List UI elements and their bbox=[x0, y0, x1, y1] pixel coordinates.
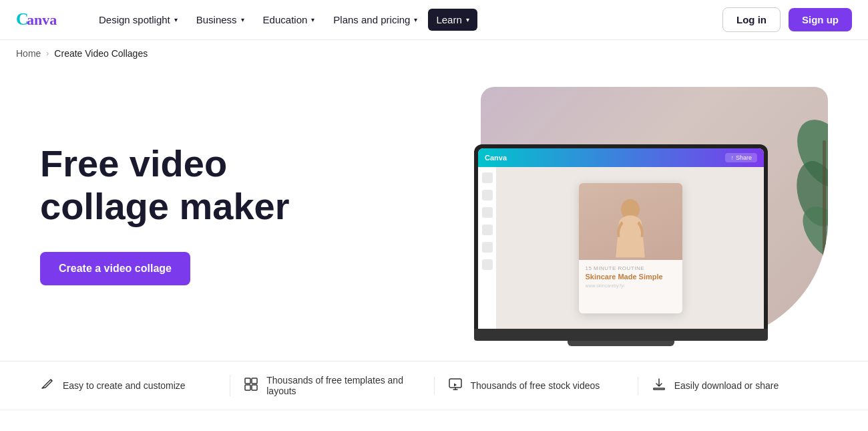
nav-learn[interactable]: Learn ▾ bbox=[428, 9, 477, 31]
feature-templates: Thousands of free templates and layouts bbox=[230, 375, 433, 396]
svg-rect-10 bbox=[252, 385, 257, 390]
breadcrumb-separator: › bbox=[46, 49, 49, 58]
svg-rect-5 bbox=[823, 140, 826, 341]
hero-left: Free video collage maker Create a video … bbox=[40, 142, 361, 286]
feature-download-share: Easily download or share bbox=[638, 377, 841, 395]
chevron-down-icon: ▾ bbox=[241, 16, 244, 23]
screen-canva-logo: Canva bbox=[485, 154, 507, 162]
signup-button[interactable]: Sign up bbox=[789, 8, 852, 31]
monitor-icon bbox=[448, 377, 463, 395]
screen-card-subtitle: www.skincareby.fyi bbox=[586, 283, 676, 288]
navbar: C anva Design spotlight ▾ Business ▾ Edu… bbox=[0, 0, 868, 40]
breadcrumb-current: Create Video Collages bbox=[54, 48, 148, 59]
chevron-down-icon: ▾ bbox=[466, 16, 469, 23]
chevron-down-icon: ▾ bbox=[311, 16, 314, 23]
login-button[interactable]: Log in bbox=[722, 7, 781, 32]
feature-easy-create-text: Easy to create and customize bbox=[63, 380, 186, 391]
svg-rect-8 bbox=[252, 378, 257, 384]
nav-design-spotlight[interactable]: Design spotlight ▾ bbox=[91, 9, 186, 31]
breadcrumb-home[interactable]: Home bbox=[16, 48, 41, 59]
feature-download-text: Easily download or share bbox=[674, 380, 779, 391]
features-bar: Easy to create and customize Thousands o… bbox=[0, 361, 868, 410]
svg-rect-9 bbox=[245, 385, 250, 390]
download-icon bbox=[652, 377, 666, 395]
svg-rect-11 bbox=[449, 379, 461, 388]
edit-icon bbox=[40, 377, 55, 395]
feature-stock-videos: Thousands of free stock videos bbox=[434, 377, 638, 395]
nav-links: Design spotlight ▾ Business ▾ Education … bbox=[91, 9, 722, 31]
nav-business[interactable]: Business ▾ bbox=[188, 9, 252, 31]
svg-text:anva: anva bbox=[27, 11, 57, 28]
logo[interactable]: C anva bbox=[16, 9, 69, 31]
hero-section: Free video collage maker Create a video … bbox=[0, 67, 868, 347]
hero-right: Canva ↑Share bbox=[454, 87, 828, 341]
description-section: If a picture can paint a thousand words,… bbox=[0, 410, 868, 431]
svg-rect-7 bbox=[245, 378, 250, 384]
screen-card-title: Skincare Made Simple bbox=[586, 273, 676, 281]
chevron-down-icon: ▾ bbox=[414, 16, 417, 23]
create-collage-button[interactable]: Create a video collage bbox=[40, 252, 190, 285]
templates-icon bbox=[244, 377, 258, 395]
screen-share-btn: ↑Share bbox=[725, 153, 757, 162]
chevron-down-icon: ▾ bbox=[174, 16, 178, 23]
feature-stock-videos-text: Thousands of free stock videos bbox=[471, 380, 600, 391]
hero-title: Free video collage maker bbox=[40, 142, 361, 229]
breadcrumb: Home › Create Video Collages bbox=[0, 40, 868, 67]
feature-templates-text: Thousands of free templates and layouts bbox=[266, 375, 420, 396]
nav-plans-pricing[interactable]: Plans and pricing ▾ bbox=[325, 9, 425, 31]
nav-actions: Log in Sign up bbox=[722, 7, 852, 32]
nav-education[interactable]: Education ▾ bbox=[255, 9, 323, 31]
feature-easy-create: Easy to create and customize bbox=[27, 377, 230, 395]
